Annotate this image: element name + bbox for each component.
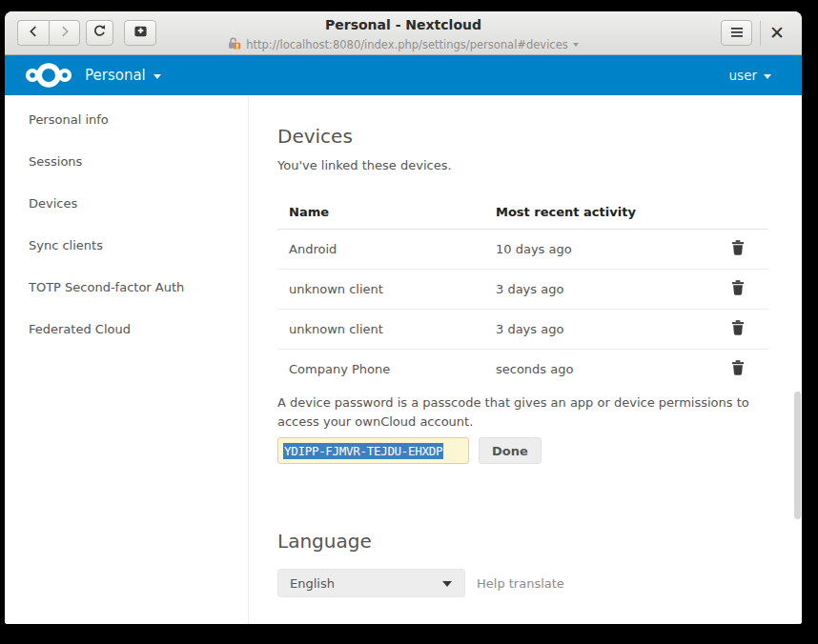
trash-icon [731,324,745,338]
done-button[interactable]: Done [479,437,542,464]
window-title: Personal - Nextcloud [167,15,640,34]
address-bar[interactable]: http://localhost:8080/index.php/settings… [167,35,640,53]
device-name: unknown client [277,270,484,310]
delete-device-button[interactable] [731,360,745,375]
sidebar-item-sync-clients[interactable]: Sync clients [5,224,248,266]
device-password-value: YDIPP-FJMVR-TEJDU-EHXDP [283,443,443,459]
column-header-actions [687,198,768,230]
browser-window: Personal - Nextcloud http://localhost:80… [5,11,802,624]
menu-button[interactable] [721,20,752,46]
sidebar-item-totp[interactable]: TOTP Second-factor Auth [5,266,248,308]
desktop-background: Personal - Nextcloud http://localhost:80… [0,0,818,644]
forward-button[interactable] [49,20,80,46]
device-row: Android 10 days ago [277,230,768,270]
new-tab-icon [133,24,148,42]
settings-main: Devices You've linked these devices. Nam… [249,95,802,624]
settings-page: Personal info Sessions Devices Sync clie… [5,95,802,624]
close-button[interactable]: ✕ [764,19,790,46]
device-name: Android [277,230,484,270]
nextcloud-logo-icon[interactable] [24,59,73,91]
device-activity: 10 days ago [484,230,687,270]
trash-icon [731,284,745,298]
insecure-lock-icon [228,35,241,53]
nextcloud-header: Personal user [5,55,802,95]
hamburger-icon [730,24,744,42]
device-name: Company Phone [277,350,484,390]
scrollbar-thumb[interactable] [794,392,801,519]
refresh-icon [92,24,107,42]
app-menu-label: Personal [85,67,146,84]
delete-device-button[interactable] [731,240,745,255]
devices-section-title: Devices [277,125,802,148]
help-translate-link[interactable]: Help translate [477,576,564,591]
sidebar-item-federated-cloud[interactable]: Federated Cloud [5,308,248,350]
app-menu[interactable]: Personal [85,67,161,84]
nav-button-group [17,20,80,46]
device-name: unknown client [277,310,484,350]
device-password-input[interactable]: YDIPP-FJMVR-TEJDU-EHXDP [277,437,469,464]
language-select[interactable]: English [277,569,465,597]
language-row: English Help translate [277,569,802,597]
column-header-name: Name [277,198,484,230]
close-icon: ✕ [769,22,785,43]
chevron-down-icon [764,74,771,79]
device-activity: 3 days ago [484,270,687,310]
sidebar-item-label: Devices [29,196,77,211]
titlebar-text: Personal - Nextcloud http://localhost:80… [167,15,640,53]
device-activity: seconds ago [484,350,687,390]
device-activity: 3 days ago [484,310,687,350]
device-row: Company Phone seconds ago [277,350,768,390]
back-icon [27,24,40,42]
sidebar-item-sessions[interactable]: Sessions [5,140,248,182]
device-password-note: A device password is a passcode that giv… [277,393,766,431]
devices-table: Name Most recent activity Android 10 day… [277,198,768,389]
url-dropdown-icon[interactable] [573,43,579,47]
new-tab-button[interactable] [124,20,156,46]
user-menu-label: user [729,68,757,83]
refresh-button[interactable] [86,20,113,46]
column-header-activity: Most recent activity [484,198,687,230]
sidebar-item-label: Sessions [29,154,82,169]
forward-icon [58,24,72,42]
sidebar-item-devices[interactable]: Devices [5,182,248,224]
language-selected-value: English [290,576,335,591]
devices-subtitle: You've linked these devices. [277,158,802,172]
devices-table-header: Name Most recent activity [277,198,768,230]
user-menu[interactable]: user [729,68,771,83]
sidebar-item-label: Federated Cloud [29,322,131,336]
trash-icon [731,244,745,258]
titlebar-separator [760,21,761,46]
sidebar-item-personal-info[interactable]: Personal info [5,98,248,140]
select-arrow-icon [442,581,452,587]
delete-device-button[interactable] [731,320,745,335]
url-text: http://localhost:8080/index.php/settings… [246,38,568,51]
device-row: unknown client 3 days ago [277,310,768,350]
chevron-down-icon [153,74,161,79]
sidebar-item-label: Personal info [29,112,109,127]
device-password-row: YDIPP-FJMVR-TEJDU-EHXDP Done [277,437,802,464]
device-row: unknown client 3 days ago [277,270,768,310]
language-section-title: Language [277,530,802,553]
browser-titlebar: Personal - Nextcloud http://localhost:80… [5,11,802,55]
delete-device-button[interactable] [731,280,745,295]
sidebar-item-label: Sync clients [29,238,103,252]
sidebar-item-label: TOTP Second-factor Auth [29,280,184,294]
trash-icon [731,364,745,378]
settings-sidebar: Personal info Sessions Devices Sync clie… [5,95,249,624]
back-button[interactable] [17,20,49,46]
